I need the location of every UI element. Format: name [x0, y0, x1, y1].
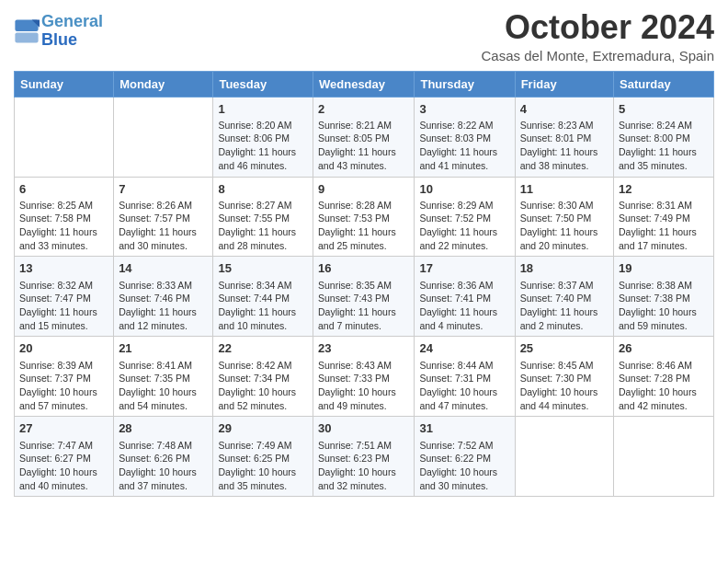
day-info: Sunrise: 7:51 AM [318, 439, 409, 453]
day-info: Sunset: 6:27 PM [19, 452, 108, 465]
day-info: Daylight: 11 hours and 25 minutes. [318, 225, 409, 252]
day-number: 13 [19, 260, 108, 277]
day-info: Daylight: 11 hours and 35 minutes. [619, 145, 709, 172]
day-info: Sunrise: 8:23 AM [520, 119, 609, 132]
day-info: Sunset: 7:37 PM [19, 372, 108, 385]
day-info: Daylight: 11 hours and 33 minutes. [19, 225, 108, 252]
day-info: Daylight: 11 hours and 20 minutes. [520, 225, 609, 252]
day-info: Sunset: 6:25 PM [218, 452, 308, 465]
day-info: Daylight: 11 hours and 17 minutes. [619, 225, 709, 252]
calendar-cell: 4Sunrise: 8:23 AMSunset: 8:01 PMDaylight… [515, 97, 613, 177]
week-row-2: 6Sunrise: 8:25 AMSunset: 7:58 PMDaylight… [15, 177, 714, 257]
day-info: Daylight: 10 hours and 37 minutes. [119, 465, 208, 492]
day-info: Sunrise: 8:44 AM [419, 359, 509, 373]
day-info: Sunset: 8:05 PM [318, 132, 409, 145]
day-info: Sunrise: 8:26 AM [119, 199, 208, 213]
day-info: Daylight: 11 hours and 22 minutes. [419, 225, 509, 252]
day-number: 6 [19, 181, 108, 198]
calendar-cell: 13Sunrise: 8:32 AMSunset: 7:47 PMDayligh… [15, 257, 114, 337]
header: GeneralBlue October 2024 Casas del Monte… [14, 9, 714, 63]
day-info: Daylight: 10 hours and 35 minutes. [218, 465, 308, 492]
day-info: Sunrise: 8:29 AM [419, 199, 509, 213]
calendar-cell: 10Sunrise: 8:29 AMSunset: 7:52 PMDayligh… [415, 177, 515, 257]
day-info: Sunset: 7:55 PM [218, 212, 308, 225]
day-info: Daylight: 11 hours and 4 minutes. [419, 305, 509, 332]
calendar-cell: 31Sunrise: 7:52 AMSunset: 6:22 PMDayligh… [415, 417, 515, 497]
header-day-wednesday: Wednesday [313, 71, 415, 97]
day-info: Sunrise: 8:39 AM [19, 359, 108, 373]
day-info: Daylight: 11 hours and 10 minutes. [218, 305, 308, 332]
day-info: Daylight: 11 hours and 41 minutes. [419, 145, 509, 172]
calendar-cell: 21Sunrise: 8:41 AMSunset: 7:35 PMDayligh… [114, 337, 213, 417]
day-number: 22 [218, 340, 308, 357]
logo: GeneralBlue [14, 9, 103, 50]
day-info: Sunrise: 8:20 AM [218, 119, 308, 132]
day-info: Sunset: 7:47 PM [19, 292, 108, 305]
calendar-cell: 11Sunrise: 8:30 AMSunset: 7:50 PMDayligh… [515, 177, 613, 257]
day-info: Sunrise: 8:22 AM [419, 119, 509, 132]
day-info: Daylight: 11 hours and 7 minutes. [318, 305, 409, 332]
day-number: 18 [520, 260, 609, 277]
day-info: Sunset: 6:22 PM [419, 452, 509, 465]
day-number: 11 [520, 181, 609, 198]
logo-text: GeneralBlue [41, 13, 103, 50]
calendar-cell: 1Sunrise: 8:20 AMSunset: 8:06 PMDaylight… [213, 97, 313, 177]
day-info: Sunrise: 8:38 AM [619, 279, 709, 293]
calendar-cell: 25Sunrise: 8:45 AMSunset: 7:30 PMDayligh… [515, 337, 613, 417]
day-number: 17 [419, 260, 509, 277]
day-info: Sunset: 7:35 PM [119, 372, 208, 385]
day-info: Sunrise: 8:31 AM [619, 199, 709, 213]
day-info: Sunrise: 7:47 AM [19, 439, 108, 453]
day-number: 27 [19, 420, 108, 437]
day-info: Sunset: 8:06 PM [218, 132, 308, 145]
day-info: Sunset: 6:26 PM [119, 452, 208, 465]
header-day-friday: Friday [515, 71, 613, 97]
day-number: 9 [318, 181, 409, 198]
day-info: Sunrise: 8:34 AM [218, 279, 308, 293]
calendar-cell: 22Sunrise: 8:42 AMSunset: 7:34 PMDayligh… [213, 337, 313, 417]
day-info: Sunrise: 8:42 AM [218, 359, 308, 373]
day-info: Sunset: 7:33 PM [318, 372, 409, 385]
header-day-saturday: Saturday [614, 71, 714, 97]
day-info: Sunset: 8:00 PM [619, 132, 709, 145]
calendar-cell: 5Sunrise: 8:24 AMSunset: 8:00 PMDaylight… [614, 97, 714, 177]
day-number: 10 [419, 181, 509, 198]
day-info: Daylight: 11 hours and 15 minutes. [19, 305, 108, 332]
header-day-monday: Monday [114, 71, 213, 97]
day-number: 7 [119, 181, 208, 198]
calendar-cell: 9Sunrise: 8:28 AMSunset: 7:53 PMDaylight… [313, 177, 415, 257]
week-row-5: 27Sunrise: 7:47 AMSunset: 6:27 PMDayligh… [15, 417, 714, 497]
calendar-cell [114, 97, 213, 177]
day-info: Daylight: 11 hours and 2 minutes. [520, 305, 609, 332]
calendar-cell: 20Sunrise: 8:39 AMSunset: 7:37 PMDayligh… [15, 337, 114, 417]
day-info: Sunset: 7:57 PM [119, 212, 208, 225]
day-info: Daylight: 10 hours and 44 minutes. [520, 385, 609, 412]
day-info: Sunset: 7:53 PM [318, 212, 409, 225]
day-info: Daylight: 10 hours and 57 minutes. [19, 385, 108, 412]
day-info: Daylight: 10 hours and 47 minutes. [419, 385, 509, 412]
day-info: Sunset: 7:34 PM [218, 372, 308, 385]
day-number: 20 [19, 340, 108, 357]
day-info: Sunrise: 7:49 AM [218, 439, 308, 453]
day-info: Sunset: 7:52 PM [419, 212, 509, 225]
day-number: 21 [119, 340, 208, 357]
day-info: Sunrise: 8:30 AM [520, 199, 609, 213]
calendar-cell: 27Sunrise: 7:47 AMSunset: 6:27 PMDayligh… [15, 417, 114, 497]
day-number: 3 [419, 101, 509, 118]
day-info: Sunrise: 8:32 AM [19, 279, 108, 293]
day-info: Daylight: 10 hours and 59 minutes. [619, 305, 709, 332]
calendar-cell: 16Sunrise: 8:35 AMSunset: 7:43 PMDayligh… [313, 257, 415, 337]
month-title: October 2024 [482, 9, 714, 46]
day-info: Daylight: 11 hours and 28 minutes. [218, 225, 308, 252]
page: GeneralBlue October 2024 Casas del Monte… [0, 0, 728, 563]
day-info: Sunrise: 8:41 AM [119, 359, 208, 373]
svg-rect-1 [15, 32, 38, 42]
week-row-1: 1Sunrise: 8:20 AMSunset: 8:06 PMDaylight… [15, 97, 714, 177]
day-info: Daylight: 10 hours and 32 minutes. [318, 465, 409, 492]
day-info: Daylight: 10 hours and 42 minutes. [619, 385, 709, 412]
day-info: Sunset: 7:40 PM [520, 292, 609, 305]
day-number: 19 [619, 260, 709, 277]
day-number: 23 [318, 340, 409, 357]
day-info: Sunset: 7:38 PM [619, 292, 709, 305]
day-info: Sunset: 7:31 PM [419, 372, 509, 385]
